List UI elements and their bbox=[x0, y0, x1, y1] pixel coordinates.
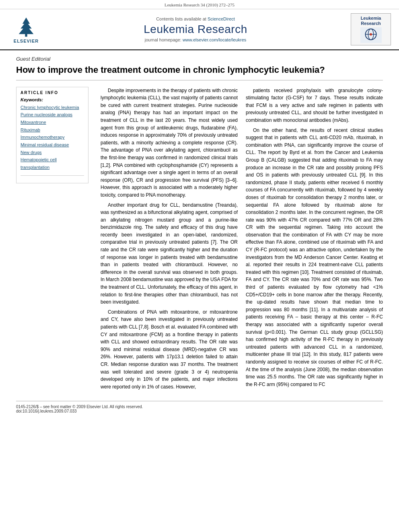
journal-header: ELSEVIER Contents lists available at Sci… bbox=[0, 9, 399, 50]
logo-box-title: LeukemiaResearch bbox=[361, 16, 381, 26]
paragraph-4: patients received prophylaxis with granu… bbox=[246, 87, 383, 124]
journal-logo-right: LeukemiaResearch bbox=[347, 13, 391, 45]
keyword-3[interactable]: Rituximab bbox=[21, 126, 84, 134]
journal-citation: Leukemia Research 34 (2010) 272–275 bbox=[165, 2, 234, 7]
elsevier-logo: ELSEVIER bbox=[8, 16, 44, 43]
elsevier-label: ELSEVIER bbox=[14, 39, 39, 43]
keyword-2[interactable]: Mitoxantrone bbox=[21, 119, 84, 126]
article-info-title: ARTICLE INFO bbox=[21, 90, 84, 95]
main-text-columns: Despite improvements in the therapy of p… bbox=[101, 87, 383, 393]
svg-marker-1 bbox=[19, 17, 34, 34]
main-text-area: Despite improvements in the therapy of p… bbox=[101, 87, 383, 393]
elsevier-tree-icon bbox=[14, 16, 38, 38]
keyword-6[interactable]: New drugs bbox=[21, 149, 84, 156]
keyword-0[interactable]: Chronic lymphocytic leukemia bbox=[21, 104, 84, 111]
svg-point-6 bbox=[370, 33, 372, 36]
top-bar: Leukemia Research 34 (2010) 272–275 bbox=[0, 0, 399, 9]
journal-title: Leukemia Research bbox=[44, 23, 347, 36]
text-column-left: Despite improvements in the therapy of p… bbox=[101, 87, 238, 393]
article-footer: 0145-2126/$ – see front matter © 2009 El… bbox=[16, 401, 383, 413]
article-title: How to improve the treatment outcome in … bbox=[16, 64, 383, 80]
footer-line-1: 0145-2126/$ – see front matter © 2009 El… bbox=[16, 405, 383, 409]
keywords-list: Chronic lymphocytic leukemia Purine nucl… bbox=[21, 104, 84, 171]
logo-box-image bbox=[360, 27, 382, 43]
keyword-4[interactable]: Immunochemotherapy bbox=[21, 134, 84, 141]
keywords-label: Keywords: bbox=[21, 97, 84, 102]
sciencedirect-link[interactable]: ScienceDirect bbox=[208, 16, 235, 21]
journal-center: Contents lists available at ScienceDirec… bbox=[44, 16, 347, 42]
article-body: ARTICLE INFO Keywords: Chronic lymphocyt… bbox=[16, 87, 383, 393]
journal-homepage: journal homepage: www.elsevier.com/locat… bbox=[44, 37, 347, 42]
article-type: Guest Editorial bbox=[16, 56, 383, 62]
keyword-1[interactable]: Purine nucleoside analogs bbox=[21, 111, 84, 119]
paragraph-2: Another important drug for CLL, bendamus… bbox=[101, 201, 238, 306]
article-info-box: ARTICLE INFO Keywords: Chronic lymphocyt… bbox=[16, 87, 88, 183]
paragraph-3: Combinations of PNA with mitoxantrone, o… bbox=[101, 308, 238, 391]
text-column-right: patients received prophylaxis with granu… bbox=[246, 87, 383, 393]
homepage-link[interactable]: www.elsevier.com/locate/leukres bbox=[183, 37, 246, 42]
keyword-5[interactable]: Minimal residual disease bbox=[21, 141, 84, 149]
keyword-7[interactable]: Hematopoietic cell transplantation bbox=[21, 156, 84, 171]
paragraph-1: Despite improvements in the therapy of p… bbox=[101, 87, 238, 199]
footer-line-2: doi:10.1016/j.leukres.2009.07.033 bbox=[16, 409, 383, 413]
article-info-column: ARTICLE INFO Keywords: Chronic lymphocyt… bbox=[16, 87, 88, 393]
sciencedirect-line: Contents lists available at ScienceDirec… bbox=[44, 16, 347, 21]
article-info-divider bbox=[21, 175, 84, 176]
content-area: Guest Editorial How to improve the treat… bbox=[0, 56, 399, 413]
paragraph-5: On the other hand, the results of recent… bbox=[246, 127, 383, 388]
journal-logo-box: LeukemiaResearch bbox=[351, 13, 391, 45]
